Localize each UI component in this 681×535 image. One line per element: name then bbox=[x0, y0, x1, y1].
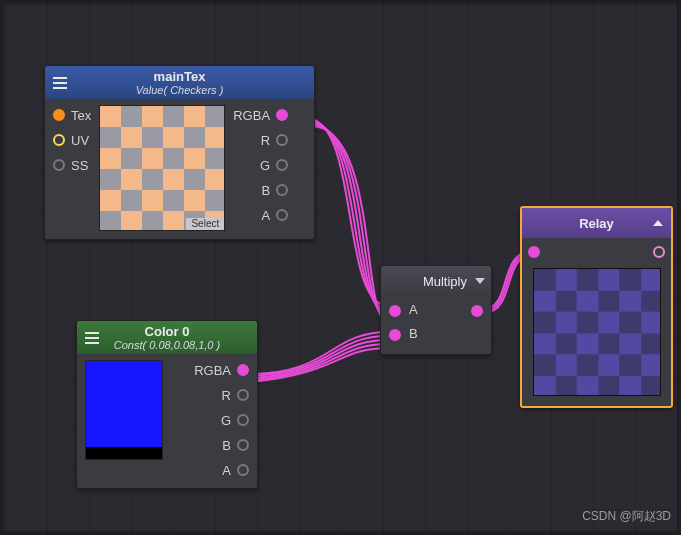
input-label-tex: Tex bbox=[71, 108, 91, 123]
color0-output-label-r: R bbox=[222, 388, 231, 403]
output-port-b[interactable]: B bbox=[261, 180, 288, 200]
node-relay[interactable]: Relay bbox=[520, 206, 673, 408]
node-color0-header[interactable]: Color 0 Const( 0.08,0.08,1,0 ) bbox=[77, 321, 257, 354]
multiply-input-port-b[interactable] bbox=[389, 329, 401, 341]
color-swatch[interactable] bbox=[85, 360, 163, 460]
output-label-r: R bbox=[261, 133, 270, 148]
hamburger-icon[interactable] bbox=[53, 77, 67, 89]
input-label-ss: SS bbox=[71, 158, 88, 173]
watermark: CSDN @阿赵3D bbox=[582, 508, 671, 525]
multiply-input-label-b: B bbox=[409, 326, 418, 341]
chevron-up-icon[interactable] bbox=[653, 220, 663, 226]
node-relay-title: Relay bbox=[579, 216, 614, 231]
output-port-g[interactable]: G bbox=[260, 155, 288, 175]
select-button[interactable]: Select bbox=[186, 218, 224, 230]
multiply-input-label-a: A bbox=[409, 302, 418, 317]
chevron-down-icon[interactable] bbox=[475, 278, 485, 284]
relay-output-port[interactable] bbox=[653, 246, 665, 258]
output-label-a: A bbox=[261, 208, 270, 223]
output-label-g: G bbox=[260, 158, 270, 173]
input-port-uv[interactable]: UV bbox=[53, 130, 91, 150]
node-maintex[interactable]: mainTex Value( Checkers ) Tex UV SS Sele… bbox=[44, 65, 315, 240]
multiply-row-b: B bbox=[389, 326, 483, 344]
node-maintex-title: mainTex bbox=[154, 69, 206, 84]
color0-output-port-rgba[interactable]: RGBA bbox=[194, 360, 249, 380]
node-color0[interactable]: Color 0 Const( 0.08,0.08,1,0 ) RGBA R G … bbox=[76, 320, 258, 489]
multiply-output-port[interactable] bbox=[471, 305, 483, 317]
output-label-rgba: RGBA bbox=[233, 108, 270, 123]
multiply-input-port-a[interactable] bbox=[389, 305, 401, 317]
color0-output-port-r[interactable]: R bbox=[222, 385, 249, 405]
output-port-r[interactable]: R bbox=[261, 130, 288, 150]
node-maintex-subtitle: Value( Checkers ) bbox=[136, 84, 224, 96]
hamburger-icon[interactable] bbox=[85, 332, 99, 344]
color0-output-port-g[interactable]: G bbox=[221, 410, 249, 430]
texture-preview[interactable]: Select bbox=[99, 105, 225, 231]
node-multiply-title: Multiply bbox=[423, 274, 467, 289]
node-relay-header[interactable]: Relay bbox=[522, 208, 671, 238]
color0-output-port-a[interactable]: A bbox=[222, 460, 249, 480]
multiply-row-a: A bbox=[389, 302, 483, 320]
relay-input-port[interactable] bbox=[528, 246, 540, 258]
color0-output-label-rgba: RGBA bbox=[194, 363, 231, 378]
node-multiply-header[interactable]: Multiply bbox=[381, 266, 491, 296]
input-port-ss[interactable]: SS bbox=[53, 155, 91, 175]
output-port-rgba[interactable]: RGBA bbox=[233, 105, 288, 125]
color0-output-label-a: A bbox=[222, 463, 231, 478]
node-multiply[interactable]: Multiply A B bbox=[380, 265, 492, 355]
output-port-a[interactable]: A bbox=[261, 205, 288, 225]
node-color0-title: Color 0 bbox=[145, 324, 190, 339]
node-maintex-header[interactable]: mainTex Value( Checkers ) bbox=[45, 66, 314, 99]
color0-output-label-b: B bbox=[222, 438, 231, 453]
node-color0-subtitle: Const( 0.08,0.08,1,0 ) bbox=[114, 339, 220, 351]
color0-output-port-b[interactable]: B bbox=[222, 435, 249, 455]
input-port-tex[interactable]: Tex bbox=[53, 105, 91, 125]
color0-output-label-g: G bbox=[221, 413, 231, 428]
output-label-b: B bbox=[261, 183, 270, 198]
input-label-uv: UV bbox=[71, 133, 89, 148]
relay-preview bbox=[533, 268, 661, 396]
